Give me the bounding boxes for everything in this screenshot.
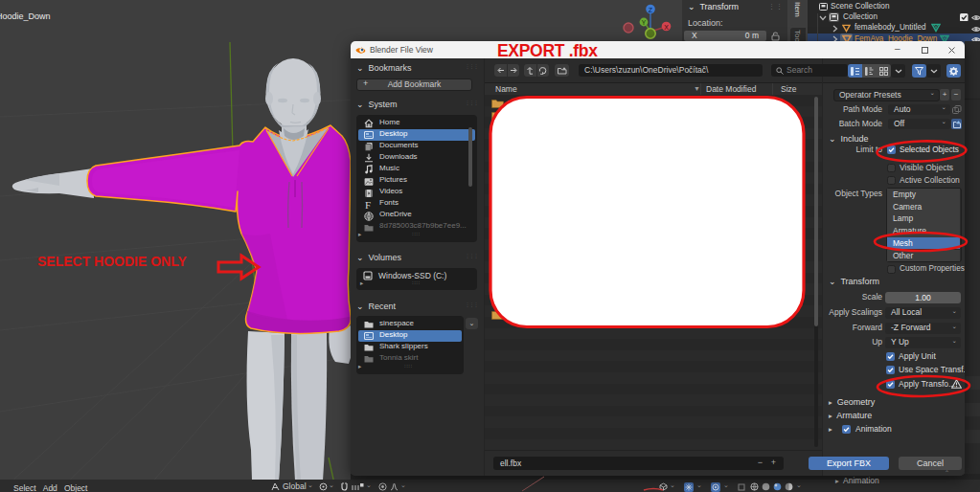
svg-text:Y: Y bbox=[642, 19, 647, 26]
svg-text:Z: Z bbox=[649, 7, 653, 13]
svg-text:X: X bbox=[664, 24, 669, 31]
svg-text:F: F bbox=[365, 200, 371, 210]
